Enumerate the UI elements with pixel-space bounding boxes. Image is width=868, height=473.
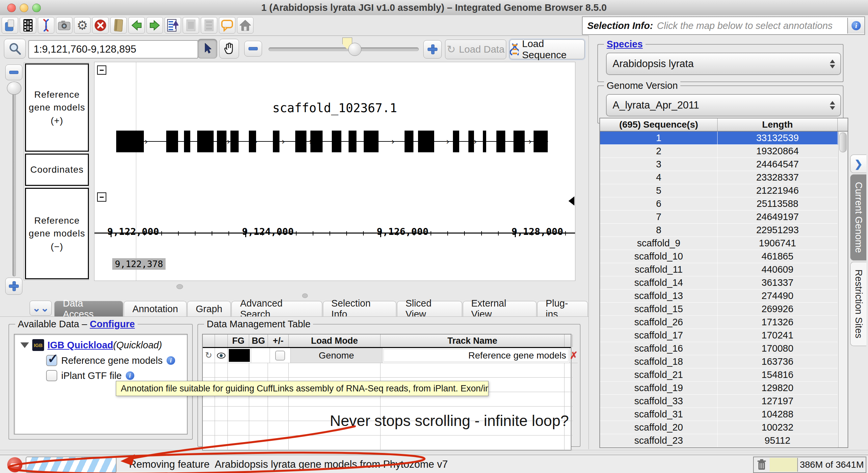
exon-block[interactable] <box>405 131 414 152</box>
exon-block[interactable] <box>184 131 190 152</box>
open-file-icon[interactable] <box>2 17 18 34</box>
tab[interactable]: Data Access <box>54 301 123 316</box>
exon-block[interactable] <box>273 131 279 152</box>
exon-block[interactable] <box>468 131 474 152</box>
selection-info-button[interactable]: i <box>847 18 864 34</box>
collapse-side-panel-button[interactable]: ❯ <box>850 155 866 173</box>
trash-icon[interactable] <box>756 459 768 471</box>
sequence-row[interactable]: scaffold_15 269926 <box>600 303 847 316</box>
sequence-row[interactable]: 2 19320864 <box>600 145 847 158</box>
exon-block[interactable] <box>249 131 256 152</box>
sequence-row[interactable]: scaffold_16 170080 <box>600 342 847 355</box>
exon-block[interactable] <box>418 131 434 152</box>
exon-block[interactable] <box>310 131 323 152</box>
tab[interactable]: Sliced View <box>397 301 462 316</box>
zoom-out-button[interactable] <box>244 41 262 57</box>
track-label-minus[interactable]: Reference gene models (−) <box>25 188 89 279</box>
track-label-coordinates[interactable]: Coordinates <box>25 154 89 186</box>
filmstrip-icon[interactable] <box>20 17 36 34</box>
species-link[interactable]: Species <box>607 39 643 49</box>
genome-version-select[interactable]: A_lyrata_Apr_2011 <box>606 94 841 116</box>
exon-block[interactable] <box>453 131 459 152</box>
tab[interactable]: Graph <box>187 301 231 316</box>
vertical-zoom-out-button[interactable] <box>5 65 22 80</box>
vertical-zoom-slider[interactable] <box>12 83 16 276</box>
side-tab[interactable]: Current Genome <box>850 174 866 261</box>
vertical-zoom-thumb[interactable] <box>7 81 21 95</box>
sequence-scrollbar[interactable] <box>838 132 847 447</box>
gear-icon[interactable]: ⚙ <box>74 17 91 34</box>
delete-track-button[interactable]: ✗ <box>570 348 578 363</box>
exon-block[interactable] <box>295 131 306 152</box>
sequence-row[interactable]: 1 33132539 <box>600 132 847 145</box>
genome-map-canvas[interactable]: scaffold_102367.1 › › › › › › › › › › › … <box>94 62 576 281</box>
vertical-zoom-in-button[interactable] <box>5 278 22 295</box>
fg-color-cell[interactable] <box>228 348 251 363</box>
sequence-row[interactable]: 5 21221946 <box>600 184 847 197</box>
sequence-row[interactable]: scaffold_11 440609 <box>600 263 847 276</box>
minimize-window-button[interactable] <box>20 4 28 12</box>
sequence-row[interactable]: 7 24649197 <box>600 210 847 224</box>
info-icon[interactable]: i <box>166 356 175 365</box>
close-window-button[interactable] <box>7 4 16 12</box>
search-button[interactable] <box>4 39 26 59</box>
range-input[interactable] <box>28 40 198 59</box>
exon-block[interactable] <box>116 131 144 152</box>
configure-link[interactable]: Configure <box>90 319 135 329</box>
collapse-plus-track-button[interactable] <box>97 65 106 75</box>
load-sequence-button[interactable]: Load Sequence <box>509 39 585 59</box>
refresh-track-button[interactable]: ↻ <box>203 348 215 363</box>
species-select[interactable]: Arabidopsis lyrata <box>606 53 841 75</box>
horizontal-zoom-slider[interactable] <box>269 47 419 51</box>
select-tool-button[interactable] <box>197 39 217 59</box>
side-tab[interactable]: Restriction Sites <box>850 262 866 346</box>
length-column-header[interactable]: Length <box>718 119 838 131</box>
tree-expand-icon[interactable] <box>21 342 29 348</box>
visibility-toggle[interactable] <box>215 348 228 363</box>
sequence-row[interactable]: scaffold_33 127197 <box>600 395 847 408</box>
sequence-row[interactable]: scaffold_20 100232 <box>600 421 847 434</box>
camera-icon[interactable] <box>56 17 72 34</box>
forward-arrow-icon[interactable] <box>147 17 163 34</box>
exon-block[interactable] <box>217 131 226 152</box>
sequence-row[interactable]: scaffold_13 274490 <box>600 290 847 303</box>
sequence-row[interactable]: scaffold_9 1906741 <box>600 237 847 250</box>
sequence-row[interactable]: scaffold_14 361337 <box>600 276 847 290</box>
h-scrollbar-thumb[interactable] <box>177 284 183 289</box>
dna-icon[interactable] <box>38 17 54 34</box>
tab[interactable]: Plug-ins <box>537 301 588 316</box>
sequence-row[interactable]: scaffold_23 95112 <box>600 434 847 447</box>
sequence-row[interactable]: scaffold_19 129820 <box>600 381 847 395</box>
zoom-in-button[interactable] <box>423 40 442 59</box>
load-mode-cell[interactable]: Genome <box>291 348 382 363</box>
strand-checkbox-cell[interactable] <box>270 348 291 363</box>
sequence-row[interactable]: 8 22951293 <box>600 224 847 237</box>
home-icon[interactable] <box>237 17 253 34</box>
exon-block[interactable] <box>166 131 178 152</box>
track-name-cell[interactable]: Reference gene models <box>382 348 570 363</box>
sequence-row[interactable]: 6 25113588 <box>600 197 847 210</box>
load-session-icon[interactable] <box>164 17 181 34</box>
dataset-checkbox[interactable] <box>46 355 57 366</box>
sequence-column-header[interactable]: (695) Sequence(s) <box>600 119 718 131</box>
tab[interactable]: Advanced Search <box>231 301 322 316</box>
exon-block[interactable] <box>349 131 356 152</box>
zoom-slider-thumb[interactable] <box>348 43 362 56</box>
cancel-icon[interactable] <box>7 457 22 472</box>
exon-block[interactable] <box>332 131 341 152</box>
sequence-row[interactable]: scaffold_17 170241 <box>600 329 847 342</box>
sequence-row[interactable]: scaffold_10 461865 <box>600 250 847 263</box>
exon-block[interactable] <box>514 131 525 152</box>
info-icon[interactable]: i <box>126 371 134 380</box>
sequence-row[interactable]: scaffold_18 163736 <box>600 355 847 368</box>
sequence-scrollbar-thumb[interactable] <box>839 133 847 152</box>
tab[interactable]: Annotation <box>124 301 187 316</box>
exon-block[interactable] <box>364 131 378 152</box>
sequence-row[interactable]: scaffold_21 154816 <box>600 368 847 381</box>
sequence-row[interactable]: scaffold_31 104288 <box>600 408 847 421</box>
exon-block[interactable] <box>230 131 239 152</box>
collapse-tabs-button[interactable]: ⌄⌄ <box>30 301 52 316</box>
quickload-link[interactable]: IGB Quickload <box>48 340 113 351</box>
zoom-window-button[interactable] <box>32 4 41 12</box>
tab[interactable]: External View <box>463 301 536 316</box>
